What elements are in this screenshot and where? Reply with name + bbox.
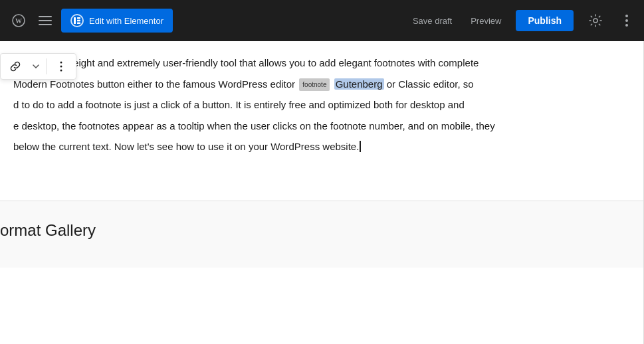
page-container: W xyxy=(0,0,644,344)
editor-container: gin is a lightweight and extremely user-… xyxy=(0,41,644,344)
paragraph-2: Modern Footnotes button either to the fa… xyxy=(13,76,631,93)
chevron-down-button[interactable] xyxy=(29,56,43,77)
content-area: gin is a lightweight and extremely user-… xyxy=(0,41,644,201)
svg-rect-2 xyxy=(39,16,52,17)
save-draft-button[interactable]: Save draft xyxy=(409,13,456,29)
svg-rect-6 xyxy=(77,17,80,19)
footnote-badge: footnote xyxy=(299,78,330,91)
admin-bar: W xyxy=(0,0,644,41)
svg-point-13 xyxy=(60,62,62,64)
text-segment-5: e desktop, the footnotes appear as a too… xyxy=(13,120,495,131)
admin-bar-left: W xyxy=(8,9,402,33)
editor-inner: gin is a lightweight and extremely user-… xyxy=(0,41,644,344)
more-options-button[interactable] xyxy=(617,9,636,32)
svg-point-9 xyxy=(593,19,597,23)
text-segment-4: d to do to add a footnote is just a clic… xyxy=(13,99,465,110)
publish-button[interactable]: Publish xyxy=(516,10,574,31)
paragraph-1: gin is a lightweight and extremely user-… xyxy=(13,54,631,72)
link-toolbar-button[interactable] xyxy=(3,56,27,77)
svg-rect-4 xyxy=(39,24,52,25)
svg-point-14 xyxy=(60,66,62,68)
svg-point-11 xyxy=(625,19,628,22)
svg-rect-8 xyxy=(77,23,80,25)
editor-content[interactable]: gin is a lightweight and extremely user-… xyxy=(13,54,631,155)
paragraph-4: e desktop, the footnotes appear as a too… xyxy=(13,118,631,135)
elementor-icon xyxy=(70,14,84,27)
paragraph-5: below the current text. Now let's see ho… xyxy=(13,138,631,155)
gutenberg-highlight: Gutenberg xyxy=(334,78,384,90)
settings-button[interactable] xyxy=(584,9,607,32)
block-more-options-button[interactable] xyxy=(49,56,73,77)
svg-rect-7 xyxy=(77,20,80,22)
edit-with-elementor-button[interactable]: Edit with Elementor xyxy=(61,9,173,33)
gallery-section: ormat Gallery xyxy=(0,201,644,268)
text-segment-3: or Classic editor, so xyxy=(387,78,474,90)
svg-point-10 xyxy=(625,15,628,17)
gallery-title: ormat Gallery xyxy=(0,215,644,246)
text-segment-1: gin is a lightweight and extremely user-… xyxy=(13,57,479,68)
text-segment-6: below the current text. Now let's see ho… xyxy=(13,141,359,152)
svg-point-12 xyxy=(625,24,628,27)
toolbar-divider xyxy=(46,58,47,74)
text-segment-2: Modern Footnotes button either to the fa… xyxy=(13,78,295,90)
menu-button[interactable] xyxy=(35,10,56,31)
admin-bar-right: Save draft Preview Publish xyxy=(409,9,636,32)
svg-rect-5 xyxy=(74,17,76,24)
svg-text:W: W xyxy=(15,17,22,25)
svg-rect-3 xyxy=(39,20,52,21)
wordpress-icon-button[interactable]: W xyxy=(8,10,29,31)
elementor-btn-label: Edit with Elementor xyxy=(89,16,163,26)
preview-button[interactable]: Preview xyxy=(467,13,505,29)
svg-point-15 xyxy=(60,70,62,72)
block-toolbar xyxy=(0,53,76,80)
paragraph-3: d to do to add a footnote is just a clic… xyxy=(13,96,631,114)
